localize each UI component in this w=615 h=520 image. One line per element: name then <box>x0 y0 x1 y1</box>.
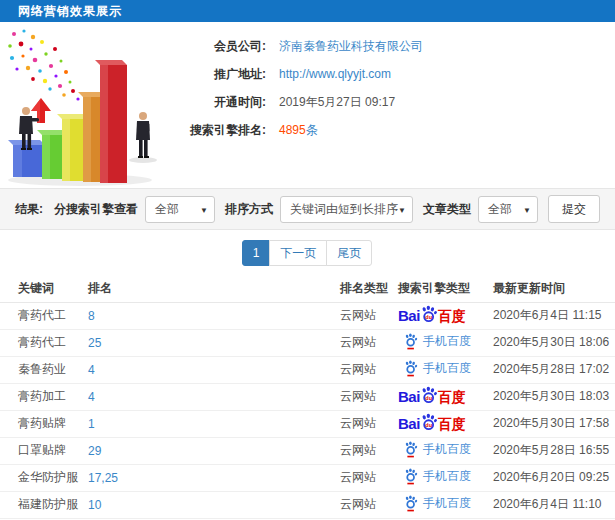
baidu-mobile-logo: 手机百度 <box>398 333 471 350</box>
rank-cell[interactable]: 10 <box>88 491 340 518</box>
submit-button[interactable]: 提交 <box>548 195 600 223</box>
updated-time-cell: 2020年5月28日 17:02 <box>493 356 615 383</box>
engine-type-cell: 手机百度 <box>398 491 493 518</box>
confetti-dots <box>8 29 84 100</box>
promo-url-link[interactable]: http://www.qlyyjt.com <box>279 60 391 88</box>
keyword-cell: 膏药代工 <box>0 329 88 356</box>
rank-type-cell: 云网站 <box>340 302 398 329</box>
keyword-ranking-table: 关键词 排名 排名类型 搜索引擎类型 最新更新时间 膏药代工 8 云网站 Bai… <box>0 276 615 520</box>
mobile-baidu-paw-icon <box>403 495 418 512</box>
baidu-paw-icon: du <box>419 386 438 405</box>
company-info-panel: 会员公司: 济南秦鲁药业科技有限公司 推广地址: http://www.qlyy… <box>178 22 615 188</box>
filter-bar: 结果: 分搜索引擎查看 全部 ▼ 排序方式 关键词由短到长排序 ▼ 文章类型 全… <box>0 188 615 230</box>
mobile-baidu-paw-icon <box>403 333 418 350</box>
rank-cell[interactable]: 1 <box>88 410 340 437</box>
table-row: 膏药贴牌 1 云网站 Baidu百度 2020年5月30日 17:58 <box>0 410 615 437</box>
open-time-value: 2019年5月27日 09:17 <box>279 88 395 116</box>
open-time-label: 开通时间: <box>178 88 266 116</box>
rank-type-cell: 云网站 <box>340 491 398 518</box>
col-header-rank-type: 排名类型 <box>340 276 398 302</box>
promo-url-label: 推广地址: <box>178 60 266 88</box>
result-label: 结果: <box>15 201 43 218</box>
engine-type-cell: 手机百度 <box>398 356 493 383</box>
article-type-select[interactable]: 全部 ▼ <box>478 196 538 223</box>
updated-time-cell: 2020年5月30日 17:58 <box>493 410 615 437</box>
next-page-button[interactable]: 下一页 <box>269 240 327 266</box>
table-row: 膏药加工 4 云网站 Baidu百度 2020年5月30日 18:03 <box>0 383 615 410</box>
col-header-updated: 最新更新时间 <box>493 276 615 302</box>
updated-time-cell: 2020年5月28日 16:55 <box>493 437 615 464</box>
mobile-baidu-paw-icon <box>403 468 418 485</box>
chevron-down-icon: ▼ <box>200 197 208 224</box>
baidu-mobile-logo: 手机百度 <box>398 360 471 377</box>
keyword-cell: 膏药代工 <box>0 302 88 329</box>
rank-cell[interactable]: 25 <box>88 329 340 356</box>
table-row: 膏药代工 8 云网站 Baidu百度 2020年6月4日 11:15 <box>0 302 615 329</box>
engine-type-cell: Baidu百度 <box>398 302 493 329</box>
keyword-cell: 金华防护服 <box>0 464 88 491</box>
keyword-cell: 秦鲁药业 <box>0 356 88 383</box>
pagination: 1 下一页 尾页 <box>0 230 615 276</box>
sort-select[interactable]: 关键词由短到长排序 ▼ <box>280 196 413 223</box>
rank-type-cell: 云网站 <box>340 356 398 383</box>
updated-time-cell: 2020年6月4日 11:10 <box>493 491 615 518</box>
table-row: 膏药代工 25 云网站 手机百度 2020年5月30日 18:06 <box>0 329 615 356</box>
baidu-pc-logo: Baidu百度 <box>398 305 466 327</box>
mobile-baidu-paw-icon <box>403 360 418 377</box>
baidu-mobile-logo: 手机百度 <box>398 441 471 458</box>
keyword-cell: 膏药加工 <box>0 383 88 410</box>
ranking-count-label: 搜索引擎排名: <box>178 116 266 144</box>
engine-type-cell: Baidu百度 <box>398 383 493 410</box>
info-row-open-time: 开通时间: 2019年5月27日 09:17 <box>178 88 615 116</box>
rank-type-cell: 云网站 <box>340 464 398 491</box>
table-row: 口罩贴牌 29 云网站 手机百度 2020年5月28日 16:55 <box>0 437 615 464</box>
page-title-bar: 网络营销效果展示 <box>0 0 615 22</box>
updated-time-cell: 2020年6月20日 09:25 <box>493 464 615 491</box>
rank-cell[interactable]: 4 <box>88 383 340 410</box>
ranking-count-value: 4895条 <box>279 116 318 144</box>
engine-type-cell: Baidu百度 <box>398 410 493 437</box>
baidu-paw-icon: du <box>419 413 438 432</box>
baidu-pc-logo: Baidu百度 <box>398 413 466 435</box>
rank-cell[interactable]: 17,25 <box>88 464 340 491</box>
engine-type-cell: 手机百度 <box>398 437 493 464</box>
rank-type-cell: 云网站 <box>340 329 398 356</box>
keyword-cell: 口罩贴牌 <box>0 437 88 464</box>
svg-text:du: du <box>425 313 432 319</box>
baidu-mobile-logo: 手机百度 <box>398 468 471 485</box>
page-1-button[interactable]: 1 <box>242 240 271 266</box>
keyword-cell: 福建防护服 <box>0 491 88 518</box>
growth-chart-illustration <box>0 22 178 188</box>
updated-time-cell: 2020年5月30日 18:06 <box>493 329 615 356</box>
table-row: 金华防护服 17,25 云网站 手机百度 2020年6月20日 09:25 <box>0 464 615 491</box>
col-header-engine-type: 搜索引擎类型 <box>398 276 493 302</box>
baidu-pc-logo: Baidu百度 <box>398 386 466 408</box>
table-row: 秦鲁药业 4 云网站 手机百度 2020年5月28日 17:02 <box>0 356 615 383</box>
page-title: 网络营销效果展示 <box>18 4 122 18</box>
filter-controls: 分搜索引擎查看 全部 ▼ 排序方式 关键词由短到长排序 ▼ 文章类型 全部 ▼ … <box>44 195 600 223</box>
updated-time-cell: 2020年6月4日 11:15 <box>493 302 615 329</box>
rank-cell[interactable]: 4 <box>88 356 340 383</box>
keyword-cell: 膏药贴牌 <box>0 410 88 437</box>
svg-text:du: du <box>425 421 432 427</box>
rank-cell[interactable]: 8 <box>88 302 340 329</box>
baidu-mobile-logo: 手机百度 <box>398 495 471 512</box>
mobile-baidu-paw-icon <box>403 441 418 458</box>
rank-cell[interactable]: 29 <box>88 437 340 464</box>
article-type-label: 文章类型 <box>423 201 471 218</box>
company-name-link[interactable]: 济南秦鲁药业科技有限公司 <box>279 32 423 60</box>
bar-chart-graphic <box>0 22 178 188</box>
rank-type-cell: 云网站 <box>340 437 398 464</box>
last-page-button[interactable]: 尾页 <box>326 240 372 266</box>
rank-type-cell: 云网站 <box>340 410 398 437</box>
table-header-row: 关键词 排名 排名类型 搜索引擎类型 最新更新时间 <box>0 276 615 302</box>
info-row-ranking-count: 搜索引擎排名: 4895条 <box>178 116 615 144</box>
table-row: 福建防护服 10 云网站 手机百度 2020年6月4日 11:10 <box>0 491 615 518</box>
sort-label: 排序方式 <box>225 201 273 218</box>
businessman-right <box>136 112 150 158</box>
ranking-table-body: 膏药代工 8 云网站 Baidu百度 2020年6月4日 11:15 膏药代工 … <box>0 302 615 520</box>
engine-view-select[interactable]: 全部 ▼ <box>145 196 215 223</box>
chevron-down-icon: ▼ <box>398 197 406 224</box>
svg-text:du: du <box>425 394 432 400</box>
info-row-url: 推广地址: http://www.qlyyjt.com <box>178 60 615 88</box>
